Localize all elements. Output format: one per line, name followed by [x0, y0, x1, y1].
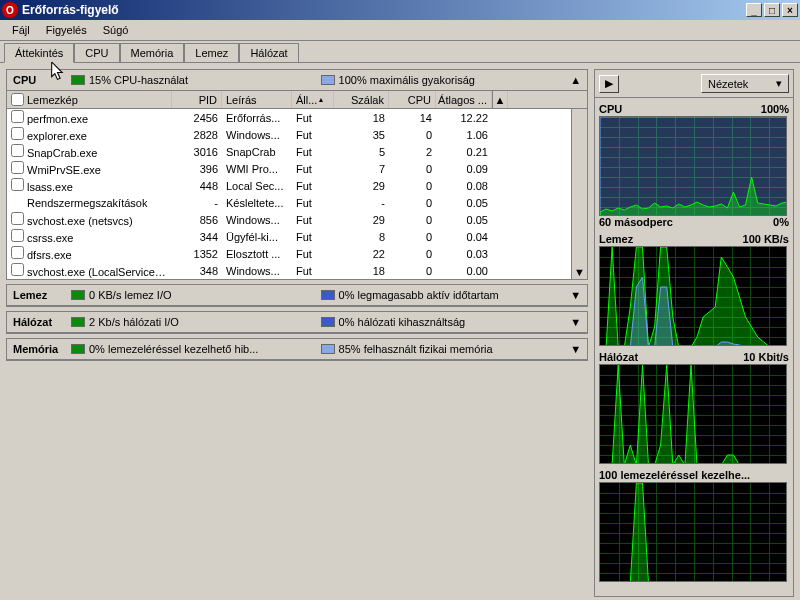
- graph-footer-left: 60 másodperc: [599, 216, 673, 228]
- select-all-checkbox[interactable]: [11, 93, 24, 106]
- menu-file[interactable]: Fájl: [4, 22, 38, 38]
- cell-desc: Windows...: [222, 213, 292, 227]
- cell-desc: Windows...: [222, 128, 292, 142]
- menu-monitor[interactable]: Figyelés: [38, 22, 95, 38]
- close-button[interactable]: ×: [782, 3, 798, 17]
- graphs-container: CPU100%60 másodperc0%Lemez100 KB/sHálóza…: [595, 98, 793, 596]
- disk-panel-title: Lemez: [13, 289, 63, 301]
- net-io-color-icon: [71, 317, 85, 327]
- row-checkbox[interactable]: [11, 144, 24, 157]
- disk-panel-header[interactable]: Lemez 0 KB/s lemez I/O 0% legmagasabb ak…: [7, 285, 587, 306]
- table-row[interactable]: SnapCrab.exe3016SnapCrabFut520.21: [7, 143, 571, 160]
- graph-box: Lemez100 KB/s: [599, 232, 789, 346]
- cell-cpu: 2: [389, 145, 436, 159]
- disk-active-color-icon: [321, 290, 335, 300]
- cell-avg: 1.06: [436, 128, 492, 142]
- network-panel: Hálózat 2 Kb/s hálózati I/O 0% hálózati …: [6, 311, 588, 334]
- vertical-scrollbar[interactable]: ▼: [571, 109, 587, 279]
- table-row[interactable]: svchost.exe (LocalServiceNoNet...348Wind…: [7, 262, 571, 279]
- cell-cpu: 0: [389, 213, 436, 227]
- cell-image: WmiPrvSE.exe: [7, 160, 172, 177]
- tab-memory[interactable]: Memória: [120, 43, 185, 62]
- cell-desc: WMI Pro...: [222, 162, 292, 176]
- expand-icon[interactable]: ▼: [570, 343, 581, 355]
- col-threads[interactable]: Szálak: [334, 91, 389, 108]
- cell-image: Rendszermegszakítások: [7, 196, 172, 210]
- mem-used-color-icon: [321, 344, 335, 354]
- row-checkbox[interactable]: [11, 178, 24, 191]
- collapse-icon[interactable]: ▲: [570, 74, 581, 86]
- cell-cpu: 0: [389, 128, 436, 142]
- cell-pid: 2828: [172, 128, 222, 142]
- row-checkbox[interactable]: [11, 229, 24, 242]
- cell-pid: 396: [172, 162, 222, 176]
- cell-pid: 344: [172, 230, 222, 244]
- cell-desc: Erőforrás...: [222, 111, 292, 125]
- table-row[interactable]: lsass.exe448Local Sec...Fut2900.08: [7, 177, 571, 194]
- cell-avg: 0.05: [436, 196, 492, 210]
- window-title: Erőforrás-figyelő: [22, 3, 744, 17]
- cell-image: svchost.exe (LocalServiceNoNet...: [7, 262, 172, 279]
- cpu-freq-label: 100% maximális gyakoriság: [339, 74, 475, 86]
- views-dropdown[interactable]: Nézetek ▾: [701, 74, 789, 93]
- memory-panel-header[interactable]: Memória 0% lemezeléréssel kezelhető hib.…: [7, 339, 587, 360]
- cell-desc: Ügyfél-ki...: [222, 230, 292, 244]
- cell-threads: 8: [334, 230, 389, 244]
- table-row[interactable]: svchost.exe (netsvcs)856Windows...Fut290…: [7, 211, 571, 228]
- tab-overview[interactable]: Áttekintés: [4, 43, 74, 63]
- right-toolbar: ▶ Nézetek ▾: [595, 70, 793, 98]
- table-row[interactable]: csrss.exe344Ügyfél-ki...Fut800.04: [7, 228, 571, 245]
- cell-cpu: 0: [389, 196, 436, 210]
- expand-icon[interactable]: ▼: [570, 289, 581, 301]
- table-row[interactable]: perfmon.exe2456Erőforrás...Fut181412.22: [7, 109, 571, 126]
- play-button[interactable]: ▶: [599, 75, 619, 93]
- app-icon: [2, 2, 18, 18]
- memory-panel-title: Memória: [13, 343, 63, 355]
- minimize-button[interactable]: _: [746, 3, 762, 17]
- net-io-metric: 2 Kb/s hálózati I/O: [71, 316, 313, 328]
- row-checkbox[interactable]: [11, 127, 24, 140]
- scrollbar-up-icon[interactable]: ▲: [492, 91, 508, 108]
- col-image[interactable]: Lemezkép: [7, 91, 172, 108]
- row-checkbox[interactable]: [11, 161, 24, 174]
- graph-scale: 100%: [761, 103, 789, 115]
- cell-status: Fut: [292, 264, 334, 278]
- left-pane: CPU 15% CPU-használat 100% maximális gya…: [6, 69, 588, 597]
- cell-desc: Local Sec...: [222, 179, 292, 193]
- cell-threads: 18: [334, 111, 389, 125]
- row-checkbox[interactable]: [11, 110, 24, 123]
- graph-title: 100 lemezeléréssel kezelhe...: [599, 469, 750, 481]
- net-util-label: 0% hálózati kihasználtság: [339, 316, 466, 328]
- cell-avg: 0.09: [436, 162, 492, 176]
- row-checkbox[interactable]: [11, 246, 24, 259]
- cell-avg: 0.03: [436, 247, 492, 261]
- cpu-table-body: perfmon.exe2456Erőforrás...Fut181412.22e…: [7, 109, 571, 279]
- row-checkbox[interactable]: [11, 263, 24, 276]
- table-row[interactable]: dfsrs.exe1352Elosztott ...Fut2200.03: [7, 245, 571, 262]
- cpu-panel-header[interactable]: CPU 15% CPU-használat 100% maximális gya…: [7, 70, 587, 91]
- cell-cpu: 14: [389, 111, 436, 125]
- network-panel-header[interactable]: Hálózat 2 Kb/s hálózati I/O 0% hálózati …: [7, 312, 587, 333]
- right-pane: ▶ Nézetek ▾ CPU100%60 másodperc0%Lemez10…: [594, 69, 794, 597]
- disk-active-metric: 0% legmagasabb aktív időtartam: [321, 289, 563, 301]
- table-row[interactable]: Rendszermegszakítások-Késleltete...Fut-0…: [7, 194, 571, 211]
- graph-canvas: [599, 482, 787, 582]
- expand-icon[interactable]: ▼: [570, 316, 581, 328]
- graph-title: Lemez: [599, 233, 633, 245]
- tab-disk[interactable]: Lemez: [184, 43, 239, 62]
- col-status[interactable]: Áll... ▲: [292, 91, 334, 108]
- cell-cpu: 0: [389, 264, 436, 278]
- tab-network[interactable]: Hálózat: [239, 43, 298, 62]
- tab-cpu[interactable]: CPU: [74, 43, 119, 62]
- col-desc[interactable]: Leírás: [222, 91, 292, 108]
- row-checkbox[interactable]: [11, 212, 24, 225]
- cell-pid: -: [172, 196, 222, 210]
- col-cpu[interactable]: CPU: [389, 91, 436, 108]
- maximize-button[interactable]: □: [764, 3, 780, 17]
- menu-help[interactable]: Súgó: [95, 22, 137, 38]
- graph-scale: 10 Kbit/s: [743, 351, 789, 363]
- table-row[interactable]: explorer.exe2828Windows...Fut3501.06: [7, 126, 571, 143]
- col-avg[interactable]: Átlagos ...: [436, 91, 492, 108]
- table-row[interactable]: WmiPrvSE.exe396WMI Pro...Fut700.09: [7, 160, 571, 177]
- col-pid[interactable]: PID: [172, 91, 222, 108]
